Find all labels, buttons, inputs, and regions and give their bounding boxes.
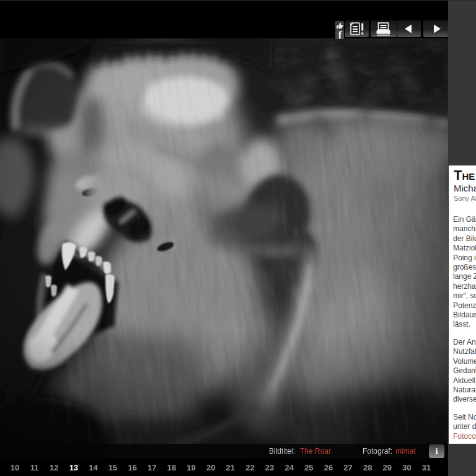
- svg-text:f: f: [338, 29, 342, 39]
